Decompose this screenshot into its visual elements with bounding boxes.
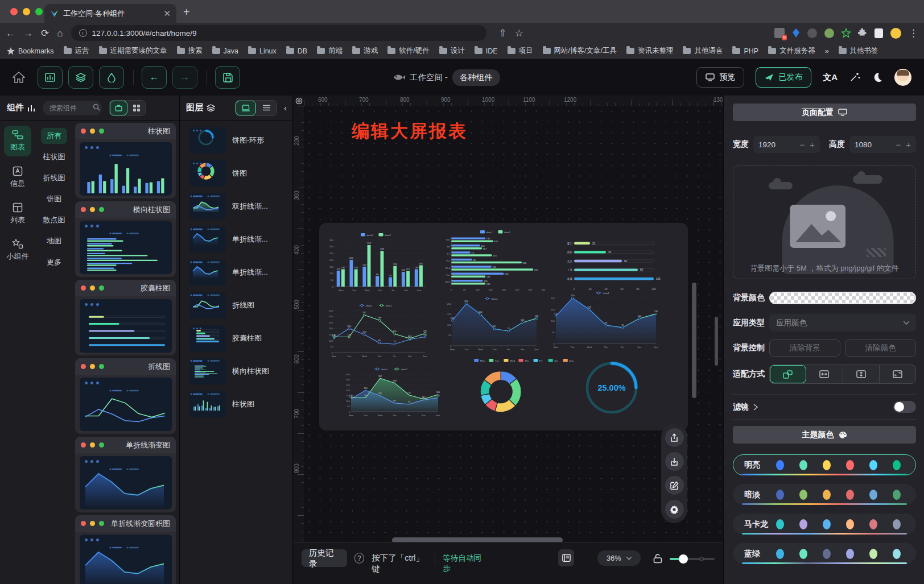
extension-circle-dark-icon[interactable] [807,28,817,38]
lock-icon[interactable] [653,553,662,564]
component-thumbnail[interactable] [80,299,172,353]
window-minimize-button[interactable] [23,8,30,15]
height-input[interactable]: 1080−+ [849,136,916,153]
preview-button[interactable]: 预览 [696,67,744,88]
bookmark-folder[interactable]: 搜索 [177,46,203,56]
toggle-components-panel-button[interactable] [38,66,63,89]
bg-color-picker[interactable] [769,292,916,304]
layer-item[interactable]: 横向柱状图 [180,355,292,388]
bookmark-folder[interactable]: 项目 [508,46,533,56]
bookmark-folder[interactable]: PHP [732,46,758,56]
component-thumbnail[interactable] [80,142,172,196]
extension-circle-green-icon[interactable] [824,28,834,38]
layer-view-thumbnail-button[interactable] [236,101,256,115]
vertical-scrollbar[interactable] [692,283,696,398]
import-button[interactable] [665,452,684,471]
height-decrease[interactable]: − [896,140,901,150]
layer-item[interactable]: 单折线渐... [180,223,292,256]
canvas-chart-胶囊柱图[interactable]: 厦门20南阳40北京60上海80新疆100020406080100 [559,234,666,292]
component-thumbnail[interactable] [80,378,172,431]
forward-icon[interactable]: → [23,28,33,38]
profile-avatar[interactable] [890,28,901,39]
browser-menu-icon[interactable]: ⋮ [909,28,918,38]
category-item[interactable]: 饼图 [41,191,67,207]
extension-star-icon[interactable] [842,28,851,38]
category-item[interactable]: 散点图 [38,212,71,228]
extension-pointer-icon[interactable] [792,28,800,38]
project-name[interactable]: 各种组件 [452,69,500,86]
chevron-right-icon[interactable] [753,404,758,411]
theme-row-蓝绿[interactable]: 蓝绿 [733,543,916,564]
bookmark-folder[interactable]: 文件服务器 [768,46,815,56]
bookmark-folder[interactable]: 其他语言 [683,46,723,56]
ruler-visibility-eye-icon[interactable] [294,96,304,106]
bookmarks-overflow-chevron[interactable]: » [825,47,829,55]
home-icon[interactable]: ⌂ [57,28,63,38]
canvas-chart-group[interactable]: 050100150200250300350data1data2120130Mon… [319,223,688,430]
quick-note-button[interactable] [558,549,574,566]
magic-wand-icon[interactable] [849,72,860,83]
fit-width-button[interactable] [806,365,843,383]
page-config-header[interactable]: 页面配置 [733,103,916,121]
export-button[interactable] [665,428,684,447]
reload-icon[interactable]: ⟳ [41,28,49,38]
extension-pin-icon[interactable]: 9 [774,28,785,38]
theme-color-header[interactable]: 主题颜色 [733,426,916,444]
panel-scrollbar[interactable] [715,317,718,366]
view-mode-kit-button[interactable] [110,101,127,115]
canvas-chart-柱状图[interactable]: 050100150200250300350data1data2120130Mon… [325,231,428,293]
settings-gear-icon[interactable] [665,500,684,519]
bookmark-folder[interactable]: Java [212,46,238,56]
layer-item[interactable]: 胶囊柱图 [180,322,292,355]
component-card[interactable]: 单折线渐变图 [75,437,176,512]
width-increase[interactable]: + [810,140,815,150]
category-item[interactable]: 折线图 [38,170,71,186]
zoom-slider-knob[interactable] [679,554,688,564]
canvas-chart-饼图-环形[interactable]: 25.00% [572,351,651,420]
layer-item[interactable]: 饼图 [180,157,292,190]
bookmark-folder[interactable]: 近期需要读的文章 [99,46,167,56]
new-tab-button[interactable]: + [183,6,190,19]
bookmarks-manager[interactable]: Bookmarks [7,47,54,55]
canvas-chart-单折线渐变面积图[interactable]: 050100150200data11202001508070110130MonT… [547,289,661,350]
component-card[interactable]: 折线图 [75,358,176,434]
category-item[interactable]: 柱状图 [38,149,71,165]
editor-canvas[interactable]: 6007008009001000110012001300 20030040050… [294,96,723,584]
fit-stretch-button[interactable] [880,365,915,383]
width-decrease[interactable]: − [799,140,805,150]
bookmark-folder[interactable]: 资讯未整理 [626,46,674,56]
component-card[interactable]: 横向柱状图 [75,201,176,277]
component-card[interactable]: 单折线渐变面积图 [75,515,176,584]
category-item[interactable]: 所有 [41,128,67,144]
view-mode-grid-button[interactable] [127,101,145,115]
app-type-select[interactable]: 应用颜色 [769,314,916,332]
filter-toggle[interactable] [893,401,916,413]
width-input[interactable]: 1920−+ [753,136,820,153]
clear-color-button[interactable]: 清除颜色 [845,339,916,357]
bookmark-folder[interactable]: DB [286,46,307,56]
zoom-slider[interactable] [670,558,715,560]
collapse-panel-chevron[interactable]: ‹ [284,103,287,113]
other-bookmarks-folder[interactable]: 其他书签 [839,46,878,56]
bookmark-folder[interactable]: 设计 [439,46,465,56]
redo-button[interactable]: → [172,66,197,89]
component-thumbnail[interactable] [80,456,172,510]
publish-button[interactable]: 已发布 [756,67,811,88]
background-upload-dropzone[interactable]: 背景图需小于 5M ，格式为 png/jpg/gif 的文件 [733,165,916,279]
category-item[interactable]: 地图 [41,233,67,249]
bookmark-star-icon[interactable]: ☆ [515,28,523,38]
rail-item-图表[interactable]: 图表 [4,126,31,156]
window-zoom-button[interactable] [35,8,43,15]
bookmark-folder[interactable]: 网站/博客/文章/工具 [543,46,617,56]
layer-view-list-button[interactable] [256,101,277,115]
layer-item[interactable]: 柱状图 [180,388,292,421]
back-icon[interactable]: ← [6,28,15,38]
component-card[interactable]: 柱状图 [75,123,176,198]
browser-tab[interactable]: 工作空间-各种组件 ✕ [44,4,176,23]
canvas-chart-横向柱状图[interactable]: data1data2Sun130160Sat110117Fri73155Thu8… [440,229,552,292]
app-home-icon[interactable] [13,72,25,83]
bookmark-folder[interactable]: Linux [248,46,277,56]
language-switch-button[interactable]: 文A [823,72,838,83]
layer-item[interactable]: 双折线渐... [180,190,292,223]
toggle-layers-panel-button[interactable] [68,66,93,89]
